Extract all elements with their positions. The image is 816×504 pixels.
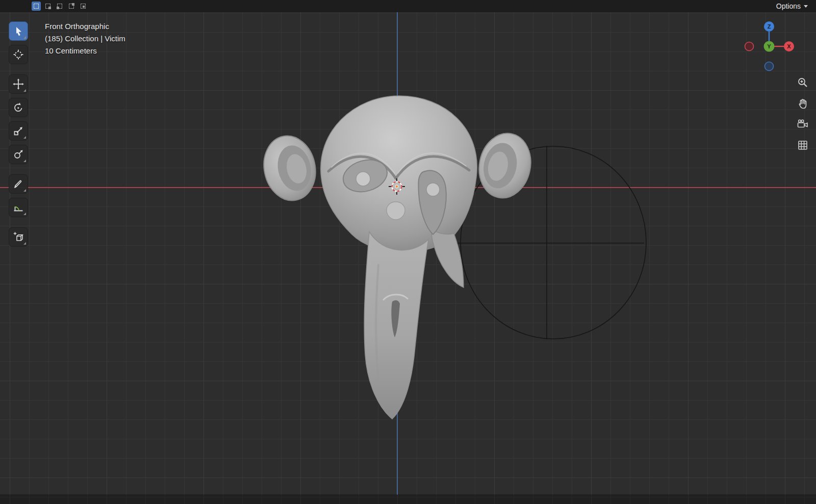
zoom-button[interactable] [796, 76, 810, 91]
view-name-text: Front Orthographic [45, 20, 125, 33]
camera-view-icon [797, 118, 809, 132]
tool-transform-button[interactable] [9, 145, 28, 164]
tool-annotate-button[interactable] [9, 174, 28, 194]
tool-add-cube-button[interactable] [9, 227, 28, 247]
select-intersect-icon[interactable] [79, 2, 88, 11]
gizmo-neg-z-ball[interactable] [765, 62, 774, 71]
svg-text:Y: Y [767, 43, 771, 49]
options-label: Options [776, 2, 801, 10]
move-arrows-icon [12, 78, 24, 90]
viewport-canvas[interactable] [0, 0, 816, 504]
gizmo-x-ball[interactable]: X [784, 41, 794, 51]
3d-cursor-icon [12, 48, 24, 61]
navigation-axis-gizmo[interactable]: Z X Y [741, 20, 797, 76]
protractor-icon [12, 201, 24, 214]
collection-info-text: (185) Collection | Victim [45, 33, 125, 45]
viewport-bottom-edge [0, 494, 816, 504]
grid-scale-text: 10 Centimeters [45, 45, 125, 57]
tool-scale-button[interactable] [9, 121, 28, 141]
svg-text:X: X [787, 43, 791, 49]
select-extend-icon[interactable] [43, 2, 53, 11]
svg-text:Z: Z [768, 23, 771, 30]
suzanne-mesh-object[interactable] [258, 96, 537, 419]
grid-view-button[interactable] [796, 139, 810, 153]
rotate-arc-icon [12, 101, 24, 114]
tool-tweak-select-button[interactable] [9, 21, 28, 41]
viewport-nav-controls [796, 76, 810, 153]
tool-shelf [9, 21, 29, 251]
camera-view-button[interactable] [796, 118, 810, 132]
options-dropdown[interactable]: Options [773, 1, 811, 11]
tool-measure-button[interactable] [9, 198, 28, 217]
tool-move-button[interactable] [9, 74, 28, 94]
tool-cursor-button[interactable] [9, 45, 28, 64]
viewport-info-overlay: Front Orthographic (185) Collection | Vi… [45, 20, 125, 57]
zoom-in-icon [797, 76, 809, 91]
select-set-icon[interactable] [32, 2, 41, 11]
add-cube-icon [12, 231, 24, 243]
pan-hand-icon [797, 97, 809, 112]
select-mode-group [32, 2, 88, 11]
scale-arrow-icon [12, 125, 24, 137]
pencil-icon [12, 178, 24, 190]
gizmo-neg-x-ball[interactable] [745, 42, 754, 51]
viewport-header-bar: Options [0, 0, 816, 12]
transform-gizmo-icon [12, 148, 24, 161]
blender-3d-viewport: Options Front Orthographic (185) Collect… [0, 0, 816, 504]
cursor-arrow-icon [12, 25, 24, 37]
pan-button[interactable] [796, 97, 810, 112]
gizmo-z-ball[interactable]: Z [764, 21, 774, 32]
select-invert-icon[interactable] [67, 2, 76, 11]
gizmo-y-ball[interactable]: Y [764, 41, 775, 52]
chevron-down-icon [804, 5, 808, 8]
select-subtract-icon[interactable] [55, 2, 64, 11]
tool-rotate-button[interactable] [9, 98, 28, 117]
grid-view-icon [797, 139, 809, 153]
